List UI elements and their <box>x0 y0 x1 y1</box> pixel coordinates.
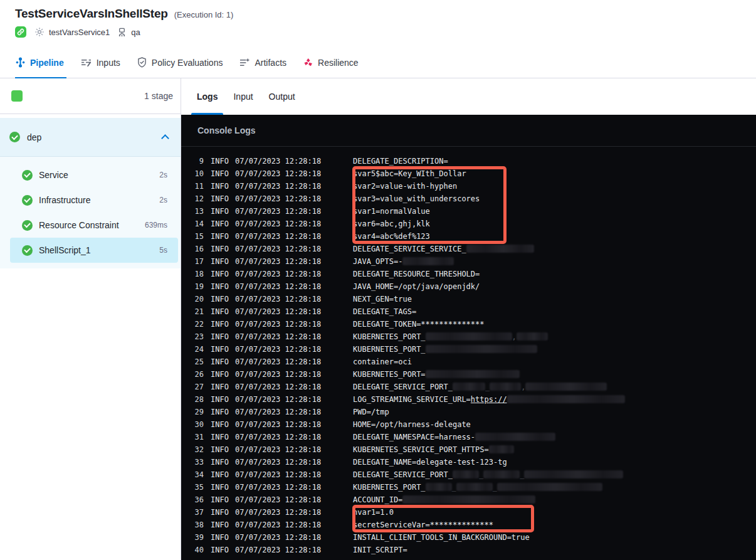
log-level: INFO <box>211 383 235 391</box>
step-duration: 5s <box>159 246 167 255</box>
log-line: 35INFO07/07/2023 12:28:18KUBERNETES_PORT… <box>181 481 756 494</box>
log-text: PWD=/tmp <box>353 408 389 416</box>
redacted-text <box>453 470 479 478</box>
stage-header: 1 stage <box>0 78 181 114</box>
log-line: 24INFO07/07/2023 12:28:18KUBERNETES_PORT… <box>181 343 756 356</box>
tab-logs[interactable]: Logs <box>197 78 218 115</box>
log-level: INFO <box>211 483 235 492</box>
log-text: _ <box>479 470 483 479</box>
log-line: 20INFO07/07/2023 12:28:18NEXT_GEN=true <box>181 293 756 305</box>
log-line-number: 11 <box>181 182 204 191</box>
step-row-shellscript-1[interactable]: ShellScript_1 5s <box>10 238 178 263</box>
tab-pipeline-label: Pipeline <box>30 58 64 68</box>
log-line-number: 36 <box>181 495 204 504</box>
log-text: nvar1=1.0 <box>353 508 394 517</box>
log-text: DELEGATE_TOKEN=************** <box>353 320 485 329</box>
log-text: KUBERNETES_PORT_ <box>353 483 426 492</box>
log-line-number: 25 <box>181 357 204 366</box>
log-text: INSTALL_CLIENT_TOOLS_IN_BACKGROUND=true <box>353 533 530 542</box>
log-line-number: 9 <box>181 157 204 166</box>
log-level: INFO <box>211 194 235 203</box>
step-label: ShellScript_1 <box>39 245 91 255</box>
main-tab-bar: Pipeline Inputs Policy Evaluations Artif… <box>0 47 756 78</box>
log-line-number: 29 <box>181 408 204 416</box>
redacted-text <box>475 433 555 441</box>
log-timestamp: 07/07/2023 12:28:18 <box>235 282 353 291</box>
log-link[interactable]: https:// <box>471 395 507 404</box>
log-timestamp: 07/07/2023 12:28:18 <box>235 533 353 542</box>
log-message: DELEGATE_SERVICE_PORT___ <box>353 470 623 479</box>
log-timestamp: 07/07/2023 12:28:18 <box>235 520 353 529</box>
log-message: LOG_STREAMING_SERVICE_URL=https:// <box>353 395 625 404</box>
artifacts-icon <box>239 58 249 67</box>
log-message: svar6=abc,ghj,klk <box>353 219 430 228</box>
chevron-up-icon[interactable] <box>161 134 169 142</box>
log-timestamp: 07/07/2023 12:28:18 <box>235 458 353 467</box>
tab-input[interactable]: Input <box>233 78 253 115</box>
log-message: container=oci <box>353 357 412 366</box>
log-text: svar3=value_with_underscores <box>353 194 480 203</box>
redacted-text <box>490 383 521 391</box>
step-row-infrastructure[interactable]: Infrastructure 2s <box>10 188 178 213</box>
log-line-number: 21 <box>181 307 204 316</box>
log-level: INFO <box>211 345 235 354</box>
tab-inputs[interactable]: Inputs <box>81 47 120 78</box>
step-duration: 2s <box>159 196 167 204</box>
stage-count-label: 1 stage <box>144 91 173 101</box>
log-lines[interactable]: 9INFO07/07/2023 12:28:18DELEGATE_DESCRIP… <box>181 147 756 556</box>
log-line: 23INFO07/07/2023 12:28:18KUBERNETES_PORT… <box>181 330 756 343</box>
tab-output[interactable]: Output <box>269 78 295 115</box>
log-line-number: 38 <box>181 520 204 529</box>
log-level: INFO <box>211 433 235 441</box>
tab-artifacts[interactable]: Artifacts <box>239 47 286 78</box>
log-message: JAVA_OPTS=- <box>353 257 454 266</box>
header-meta-row: testVarsService1 qa <box>0 21 756 38</box>
log-message: NEXT_GEN=true <box>353 295 412 304</box>
log-timestamp: 07/07/2023 12:28:18 <box>235 295 353 304</box>
log-text: DELEGATE_TAGS= <box>353 307 416 316</box>
step-row-resource-constraint[interactable]: Resource Constraint 639ms <box>10 213 178 238</box>
log-line: 28INFO07/07/2023 12:28:18LOG_STREAMING_S… <box>181 393 756 406</box>
stage-group-dep[interactable]: dep <box>0 118 181 156</box>
log-level: INFO <box>211 420 235 429</box>
log-text: DELEGATE_SERVICE_PORT_ <box>353 470 453 479</box>
log-message: DELEGATE_RESOURCE_THRESHOLD= <box>353 270 480 278</box>
log-message: KUBERNETES_PORT_, <box>353 332 548 341</box>
redacted-text <box>489 445 514 453</box>
log-line-number: 19 <box>181 282 204 291</box>
tab-pipeline[interactable]: Pipeline <box>16 47 64 78</box>
tab-input-label: Input <box>233 92 253 102</box>
log-timestamp: 07/07/2023 12:28:18 <box>235 307 353 316</box>
step-label: Resource Constraint <box>39 220 119 230</box>
log-timestamp: 07/07/2023 12:28:18 <box>235 345 353 354</box>
tab-output-label: Output <box>269 92 295 102</box>
log-level: INFO <box>211 320 235 329</box>
log-tab-bar: Logs Input Output <box>181 78 756 115</box>
log-line-number: 18 <box>181 270 204 278</box>
log-message: DELEGATE_SERVICE_PORT__, <box>353 383 607 391</box>
log-timestamp: 07/07/2023 12:28:18 <box>235 370 353 379</box>
log-level: INFO <box>211 546 235 554</box>
step-duration: 2s <box>159 171 167 179</box>
log-text: DELEGATE_SERVICE_SERVICE_ <box>353 245 466 253</box>
log-line-number: 14 <box>181 219 204 228</box>
tab-policy-evaluations[interactable]: Policy Evaluations <box>137 47 223 78</box>
log-line-number: 35 <box>181 483 204 492</box>
tab-resilience[interactable]: Resilience <box>303 47 359 78</box>
log-line: 26INFO07/07/2023 12:28:18KUBERNETES_PORT… <box>181 368 756 381</box>
log-timestamp: 07/07/2023 12:28:18 <box>235 194 353 203</box>
log-level: INFO <box>211 232 235 241</box>
log-text: container=oci <box>353 357 412 366</box>
log-text: LOG_STREAMING_SERVICE_URL= <box>353 395 471 404</box>
stage-status-square[interactable] <box>11 90 23 102</box>
log-line-number: 10 <box>181 169 204 178</box>
log-text: svar5$abc=Key_WIth_Dollar <box>353 169 466 178</box>
step-row-service[interactable]: Service 2s <box>10 162 178 188</box>
service-name: testVarsService1 <box>49 28 110 37</box>
log-level: INFO <box>211 357 235 366</box>
log-text: KUBERNETES_PORT_ <box>353 332 426 341</box>
step-list: Service 2s Infrastructure 2s Resource Co… <box>0 157 181 268</box>
log-text: secretServiceVar=************** <box>353 520 493 529</box>
log-line-number: 26 <box>181 370 204 379</box>
log-message: KUBERNETES_SERVICE_PORT_HTTPS= <box>353 445 514 454</box>
